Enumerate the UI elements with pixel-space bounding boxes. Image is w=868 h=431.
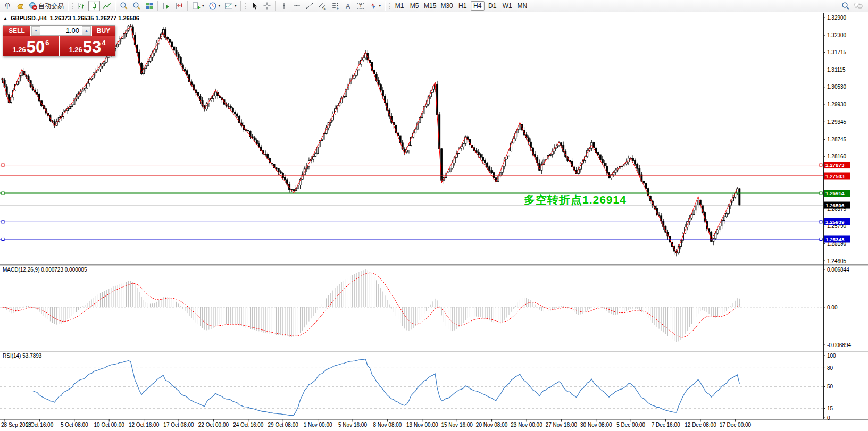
timeframe-H1[interactable]: H1 bbox=[456, 1, 470, 11]
periods-icon bbox=[208, 2, 217, 10]
arrows-icon bbox=[369, 2, 378, 10]
cursor-icon[interactable] bbox=[248, 1, 260, 11]
autotrade-button[interactable]: 自动交易 bbox=[27, 1, 65, 11]
fibonacci-icon[interactable]: F bbox=[329, 1, 341, 11]
indicators-icon[interactable]: ▾ bbox=[190, 1, 206, 11]
line-handle[interactable] bbox=[2, 238, 4, 240]
chart-canvas[interactable]: 1.329001.323001.317151.311151.305301.299… bbox=[0, 0, 868, 431]
toolbar-separator bbox=[240, 1, 241, 11]
sell-price-point: 6 bbox=[45, 39, 49, 46]
sell-price-display[interactable]: 1.26 50 6 bbox=[3, 36, 59, 56]
date-label: 17 Dec 00:00 bbox=[720, 422, 752, 428]
timeframe-M30[interactable]: M30 bbox=[439, 1, 454, 11]
line-chart-icon bbox=[103, 2, 111, 10]
date-label: 17 Oct 08:00 bbox=[163, 422, 194, 428]
line-handle[interactable] bbox=[820, 238, 822, 240]
toolbar-grip[interactable] bbox=[71, 2, 74, 10]
templates-icon bbox=[224, 2, 233, 10]
date-label: 7 Dec 16:00 bbox=[652, 422, 680, 428]
horizontal-line-icon[interactable] bbox=[291, 1, 303, 11]
date-label: 12 Oct 16:00 bbox=[129, 422, 160, 428]
arrows-icon[interactable]: ▾ bbox=[368, 1, 383, 11]
indicators-icon bbox=[192, 2, 201, 10]
timeframe-M1[interactable]: M1 bbox=[393, 1, 406, 11]
search-icon[interactable] bbox=[840, 1, 852, 11]
line-handle[interactable] bbox=[2, 192, 4, 195]
chat-icon[interactable] bbox=[853, 1, 864, 11]
date-label: 20 Nov 08:00 bbox=[476, 422, 508, 428]
timeframe-M15[interactable]: M15 bbox=[422, 1, 438, 11]
sell-button[interactable]: SELL bbox=[3, 26, 31, 36]
svg-text:1.32900: 1.32900 bbox=[827, 15, 847, 21]
templates-icon[interactable]: ▾ bbox=[223, 1, 238, 11]
date-label: 12 Dec 08:00 bbox=[685, 422, 716, 428]
tile-windows-icon[interactable] bbox=[144, 1, 155, 11]
zoom-in-icon[interactable] bbox=[118, 1, 130, 11]
new-order-icon[interactable] bbox=[14, 1, 26, 11]
candlestick-icon[interactable] bbox=[88, 1, 100, 11]
line-chart-icon[interactable] bbox=[101, 1, 113, 11]
autotrade-icon bbox=[29, 2, 37, 10]
toolbar-separator bbox=[385, 1, 386, 11]
price-badge: 1.27873 bbox=[825, 162, 845, 168]
price-badge: 1.26506 bbox=[825, 202, 845, 208]
collapse-arrow-icon[interactable]: ▲ bbox=[3, 16, 7, 21]
bar-chart-icon[interactable] bbox=[76, 1, 87, 11]
toolbar-grip[interactable] bbox=[244, 2, 247, 10]
trendline-icon[interactable] bbox=[304, 1, 315, 11]
line-handle[interactable] bbox=[820, 221, 822, 223]
line-handle[interactable] bbox=[820, 164, 822, 166]
volume-input[interactable]: 1.00 bbox=[40, 26, 82, 35]
date-label: 2 Oct 16:00 bbox=[26, 422, 54, 428]
crosshair-icon[interactable] bbox=[261, 1, 273, 11]
svg-text:100: 100 bbox=[827, 353, 836, 359]
toolbar-grip[interactable] bbox=[388, 2, 391, 10]
buy-button[interactable]: BUY bbox=[91, 26, 115, 36]
timeframe-H4[interactable]: H4 bbox=[471, 1, 485, 11]
toolbar-button-label: 单 bbox=[4, 2, 11, 11]
line-handle[interactable] bbox=[820, 192, 822, 195]
text-icon[interactable]: A bbox=[342, 1, 354, 11]
periods-icon-dropdown[interactable]: ▾ bbox=[219, 4, 221, 8]
volume-increase-button[interactable]: ▲ bbox=[82, 26, 91, 35]
toolbar-button-label: D1 bbox=[488, 2, 496, 10]
toolbar-separator bbox=[275, 1, 276, 11]
arrows-icon-dropdown[interactable]: ▾ bbox=[379, 4, 381, 8]
channel-icon[interactable]: E bbox=[316, 1, 328, 11]
svg-text:1.24605: 1.24605 bbox=[827, 258, 847, 264]
toolbar-button-label: M5 bbox=[410, 2, 419, 10]
buy-price-display[interactable]: 1.26 53 4 bbox=[60, 36, 115, 56]
chart-shift-icon[interactable] bbox=[173, 1, 185, 11]
line-handle[interactable] bbox=[2, 221, 4, 223]
timeframe-W1[interactable]: W1 bbox=[500, 1, 514, 11]
toolbar-button-label: M30 bbox=[440, 2, 453, 10]
vertical-line-icon[interactable] bbox=[278, 1, 290, 11]
date-label: 29 Oct 08:00 bbox=[268, 422, 299, 428]
new-order-icon bbox=[16, 2, 24, 10]
label-icon: T bbox=[356, 2, 365, 10]
templates-icon-dropdown[interactable]: ▾ bbox=[235, 4, 237, 8]
timeframe-M5[interactable]: M5 bbox=[407, 1, 421, 11]
volume-decrease-button[interactable]: ▼ bbox=[31, 26, 40, 35]
buy-price-point: 4 bbox=[102, 39, 105, 46]
line-handle[interactable] bbox=[2, 164, 4, 166]
new-order-button[interactable]: 单 bbox=[2, 1, 13, 11]
toolbar-button-label: 自动交易 bbox=[38, 2, 64, 11]
trendline-icon bbox=[305, 2, 314, 10]
sell-price-pips: 50 bbox=[27, 39, 45, 55]
date-label: 27 Nov 16:00 bbox=[546, 422, 578, 428]
turning-point-annotation[interactable]: 多空转折点1.26914 bbox=[524, 192, 627, 207]
svg-text:50: 50 bbox=[827, 384, 833, 390]
indicators-icon-dropdown[interactable]: ▾ bbox=[202, 4, 204, 8]
zoom-out-icon[interactable] bbox=[131, 1, 143, 11]
chart-ohlc-values: 1.26373 1.26535 1.26277 1.26506 bbox=[50, 15, 139, 21]
chat-icon bbox=[854, 2, 863, 10]
date-label: 22 Oct 00:00 bbox=[198, 422, 229, 428]
periods-icon[interactable]: ▾ bbox=[207, 1, 222, 11]
timeframe-D1[interactable]: D1 bbox=[486, 1, 499, 11]
svg-text:1.29345: 1.29345 bbox=[827, 119, 847, 125]
toolbar-separator bbox=[115, 1, 116, 11]
timeframe-MN[interactable]: MN bbox=[515, 1, 529, 11]
auto-scroll-icon[interactable] bbox=[161, 1, 172, 11]
label-icon[interactable]: T bbox=[355, 1, 366, 11]
